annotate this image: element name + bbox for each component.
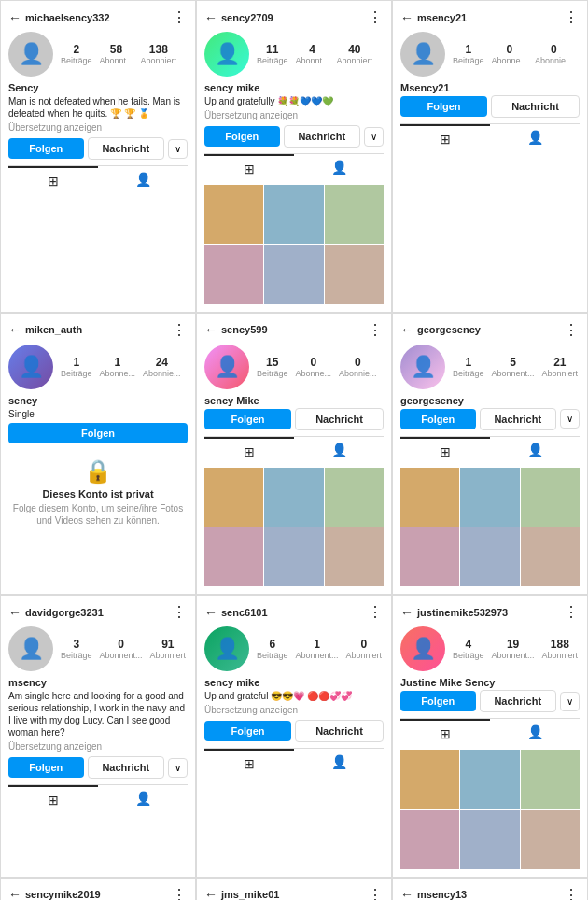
grid-tab[interactable]: ⊞: [204, 437, 294, 465]
more-options-icon[interactable]: ⋮: [564, 603, 580, 621]
back-arrow-icon[interactable]: ←: [400, 10, 413, 25]
stat-number: 15: [257, 356, 288, 369]
photo-thumbnail[interactable]: [521, 750, 580, 809]
message-button[interactable]: Nachricht: [88, 756, 165, 779]
stat-number: 24: [143, 356, 181, 369]
translate-link[interactable]: Übersetzung anzeigen: [8, 741, 188, 752]
profile-info-row: 👤4Beiträge19Abonnent...188Abonniert: [400, 626, 580, 671]
more-options-icon[interactable]: ⋮: [368, 321, 384, 339]
back-arrow-icon[interactable]: ←: [8, 322, 21, 337]
more-options-icon[interactable]: ⋮: [368, 886, 384, 900]
tagged-tab[interactable]: 👤: [490, 437, 580, 465]
follow-button[interactable]: Folgen: [400, 409, 476, 429]
photo-thumbnail[interactable]: [400, 810, 459, 869]
follow-button[interactable]: Folgen: [400, 96, 487, 117]
message-button[interactable]: Nachricht: [295, 408, 384, 430]
follow-button[interactable]: Folgen: [204, 721, 291, 741]
back-arrow-icon[interactable]: ←: [8, 887, 21, 900]
grid-tab[interactable]: ⊞: [400, 719, 490, 747]
photo-thumbnail[interactable]: [325, 527, 384, 586]
back-arrow-icon[interactable]: ←: [204, 887, 217, 900]
photo-thumbnail[interactable]: [204, 245, 263, 303]
message-button[interactable]: Nachricht: [480, 408, 557, 430]
more-options-icon[interactable]: ⋮: [564, 886, 580, 900]
dropdown-button[interactable]: ∨: [560, 692, 580, 711]
photo-thumbnail[interactable]: [460, 468, 519, 527]
photo-thumbnail[interactable]: [460, 810, 519, 869]
more-options-icon[interactable]: ⋮: [172, 321, 188, 339]
back-arrow-icon[interactable]: ←: [8, 605, 21, 620]
tagged-tab[interactable]: 👤: [294, 154, 384, 182]
photo-thumbnail[interactable]: [400, 468, 459, 527]
follow-button[interactable]: Folgen: [204, 409, 291, 429]
back-arrow-icon[interactable]: ←: [204, 605, 217, 620]
translate-link[interactable]: Übersetzung anzeigen: [8, 122, 188, 133]
grid-tab[interactable]: ⊞: [8, 166, 98, 194]
photo-thumbnail[interactable]: [521, 810, 580, 869]
dropdown-button[interactable]: ∨: [560, 409, 580, 429]
photo-thumbnail[interactable]: [460, 527, 519, 586]
grid-tab[interactable]: ⊞: [400, 124, 490, 152]
photo-thumbnail[interactable]: [325, 468, 384, 527]
photo-thumbnail[interactable]: [264, 245, 323, 303]
photo-thumbnail[interactable]: [521, 468, 580, 527]
card-header: ←georgesency⋮: [400, 321, 580, 339]
photo-thumbnail[interactable]: [264, 185, 323, 244]
back-arrow-icon[interactable]: ←: [400, 322, 413, 337]
header-left: ←msency21: [400, 10, 467, 25]
more-options-icon[interactable]: ⋮: [564, 321, 580, 339]
back-arrow-icon[interactable]: ←: [8, 10, 21, 25]
photo-thumbnail[interactable]: [400, 527, 459, 586]
more-options-icon[interactable]: ⋮: [172, 886, 188, 900]
follow-button[interactable]: Folgen: [8, 423, 188, 443]
grid-tab[interactable]: ⊞: [204, 749, 294, 777]
follow-button[interactable]: Folgen: [8, 138, 84, 159]
translate-link[interactable]: Übersetzung anzeigen: [204, 705, 384, 715]
photo-thumbnail[interactable]: [325, 245, 384, 303]
more-options-icon[interactable]: ⋮: [368, 8, 384, 26]
tab-row: ⊞👤: [400, 123, 580, 152]
grid-tab[interactable]: ⊞: [400, 437, 490, 465]
photo-thumbnail[interactable]: [400, 750, 459, 809]
follow-button[interactable]: Folgen: [204, 126, 280, 147]
photo-thumbnail[interactable]: [521, 527, 580, 586]
dropdown-button[interactable]: ∨: [364, 127, 384, 147]
tagged-tab[interactable]: 👤: [294, 437, 384, 465]
photo-thumbnail[interactable]: [264, 527, 323, 586]
message-button[interactable]: Nachricht: [480, 690, 557, 712]
grid-tab[interactable]: ⊞: [204, 154, 294, 182]
tagged-tab[interactable]: 👤: [98, 785, 188, 813]
more-options-icon[interactable]: ⋮: [368, 603, 384, 621]
stat-followers: 58Abonnt...: [100, 43, 133, 65]
stat-followers: 4Abonnt...: [296, 43, 329, 65]
photo-thumbnail[interactable]: [204, 185, 263, 244]
tagged-tab[interactable]: 👤: [294, 749, 384, 777]
tagged-tab[interactable]: 👤: [490, 719, 580, 747]
message-button[interactable]: Nachricht: [88, 137, 165, 160]
more-options-icon[interactable]: ⋮: [172, 8, 188, 26]
back-arrow-icon[interactable]: ←: [204, 322, 217, 337]
photo-thumbnail[interactable]: [204, 527, 263, 586]
dropdown-button[interactable]: ∨: [168, 139, 188, 159]
tagged-tab[interactable]: 👤: [490, 124, 580, 152]
translate-link[interactable]: Übersetzung anzeigen: [204, 110, 384, 120]
back-arrow-icon[interactable]: ←: [204, 10, 217, 25]
photo-thumbnail[interactable]: [264, 468, 323, 527]
photo-thumbnail[interactable]: [460, 750, 519, 809]
follow-button[interactable]: Folgen: [400, 691, 476, 711]
back-arrow-icon[interactable]: ←: [400, 887, 413, 900]
dropdown-button[interactable]: ∨: [168, 758, 188, 778]
tagged-tab[interactable]: 👤: [98, 166, 188, 194]
message-button[interactable]: Nachricht: [295, 720, 384, 742]
grid-tab[interactable]: ⊞: [8, 785, 98, 813]
more-options-icon[interactable]: ⋮: [564, 8, 580, 26]
back-arrow-icon[interactable]: ←: [400, 605, 413, 620]
photo-thumbnail[interactable]: [204, 468, 263, 527]
follow-button[interactable]: Folgen: [8, 757, 84, 778]
profile-card: ←senc6101⋮👤6Beiträge1Abonnent...0Abonnie…: [196, 595, 392, 878]
more-options-icon[interactable]: ⋮: [172, 603, 188, 621]
message-button[interactable]: Nachricht: [491, 95, 580, 118]
stat-followers: 5Abonnent...: [492, 356, 535, 378]
message-button[interactable]: Nachricht: [284, 125, 361, 148]
photo-thumbnail[interactable]: [325, 185, 384, 244]
